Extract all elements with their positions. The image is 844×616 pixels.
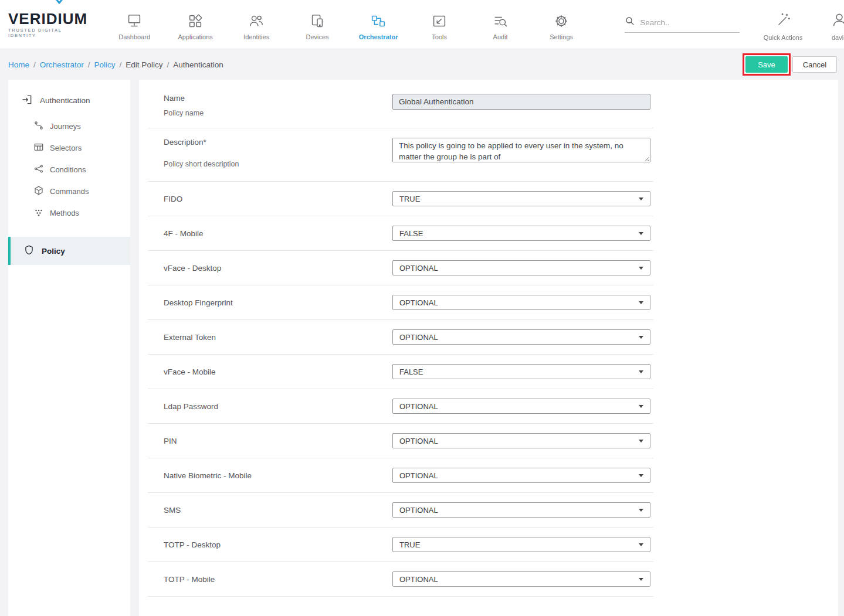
totp-desktop-dropdown[interactable]: TRUE <box>392 537 650 552</box>
commands-icon <box>33 185 44 198</box>
sidebar-item-label: Conditions <box>50 165 86 174</box>
login-arrow-icon <box>21 94 33 107</box>
sidebar-item-commands[interactable]: Commands <box>8 181 130 202</box>
field-label: External Token <box>164 333 392 342</box>
dropdown-value: OPTIONAL <box>399 298 438 307</box>
sidebar-item-label: Methods <box>50 209 79 217</box>
vface-mobile-dropdown[interactable]: FALSE <box>392 364 650 379</box>
caret-down-icon <box>639 474 643 477</box>
dashboard-icon <box>126 12 143 30</box>
conditions-icon <box>33 164 44 176</box>
top-bar: VERIDIUM TRUSTED DIGITAL IDENTITY Dashbo… <box>0 0 844 49</box>
policy-shield-icon <box>23 244 35 257</box>
description-sublabel: Policy short description <box>164 160 392 168</box>
nav-item-label: Identities <box>243 33 269 40</box>
user-name-label: david <box>832 34 844 41</box>
description-label: Description* <box>164 138 392 147</box>
sidebar-item-label: Selectors <box>50 144 82 152</box>
sidebar-section-authentication[interactable]: Authentication <box>8 87 130 115</box>
field-row-vface-desktop: vFace - Desktop OPTIONAL <box>148 251 653 285</box>
brand-wordmark: VERIDIUM <box>8 11 87 26</box>
field-row-desktop-fingerprint: Desktop Fingerprint OPTIONAL <box>148 285 653 320</box>
native-biometric-mobile-dropdown[interactable]: OPTIONAL <box>392 468 650 483</box>
dropdown-value: FALSE <box>399 367 423 376</box>
external-token-dropdown[interactable]: OPTIONAL <box>392 329 650 345</box>
search-icon <box>625 16 635 29</box>
dropdown-value: OPTIONAL <box>399 333 438 342</box>
content-area: Authentication Journeys Selectors Condit… <box>0 80 844 616</box>
breadcrumb-edit-policy: Edit Policy <box>126 60 162 69</box>
orchestrator-icon <box>370 12 387 30</box>
brand-tagline: TRUSTED DIGITAL IDENTITY <box>8 28 87 38</box>
policy-name-input[interactable] <box>392 94 650 110</box>
dropdown-value: FALSE <box>399 229 423 238</box>
dropdown-value: OPTIONAL <box>399 471 438 480</box>
devices-icon <box>309 12 326 30</box>
dropdown-value: OPTIONAL <box>399 437 438 445</box>
totp-mobile-dropdown[interactable]: OPTIONAL <box>392 571 650 587</box>
field-row-ldap-password: Ldap Password OPTIONAL <box>148 389 653 424</box>
breadcrumb-orchestrator[interactable]: Orchestrator <box>40 60 84 69</box>
nav-item-label: Audit <box>493 33 508 40</box>
nav-item-tools[interactable]: Tools <box>409 9 470 40</box>
ldap-password-dropdown[interactable]: OPTIONAL <box>392 399 650 414</box>
cancel-button[interactable]: Cancel <box>792 56 837 73</box>
desktop-fingerprint-dropdown[interactable]: OPTIONAL <box>392 295 650 310</box>
caret-down-icon <box>639 232 643 235</box>
sidebar-item-conditions[interactable]: Conditions <box>8 159 130 181</box>
breadcrumb-policy[interactable]: Policy <box>94 60 116 69</box>
field-label: FIDO <box>164 195 392 203</box>
sidebar-item-journeys[interactable]: Journeys <box>8 115 130 137</box>
nav-item-settings[interactable]: Settings <box>531 9 592 40</box>
nav-item-audit[interactable]: Audit <box>470 9 531 40</box>
nav-item-applications[interactable]: Applications <box>165 9 226 40</box>
sidebar-item-label: Policy <box>42 247 65 256</box>
sidebar-item-policy[interactable]: Policy <box>8 237 130 265</box>
nav-item-label: Applications <box>178 33 212 40</box>
field-row-totp-desktop: TOTP - Desktop TRUE <box>148 527 653 562</box>
field-row-totp-mobile: TOTP - Mobile OPTIONAL <box>148 562 653 597</box>
field-label: vFace - Desktop <box>164 264 392 273</box>
breadcrumb-separator: / <box>88 60 90 69</box>
field-label: Native Biometric - Mobile <box>164 471 392 480</box>
selectors-icon <box>33 142 44 154</box>
user-menu[interactable]: david <box>811 8 844 41</box>
page-actions: Save Cancel <box>745 56 837 73</box>
sms-dropdown[interactable]: OPTIONAL <box>392 502 650 518</box>
field-label: TOTP - Mobile <box>164 575 392 584</box>
main-nav: Dashboard Applications Identities Device… <box>104 9 592 40</box>
caret-down-icon <box>639 405 643 408</box>
field-row-fido: FIDO TRUE <box>148 182 653 216</box>
sidebar-item-methods[interactable]: Methods <box>8 202 130 224</box>
field-row-external-token: External Token OPTIONAL <box>148 320 653 355</box>
4f-mobile-dropdown[interactable]: FALSE <box>392 226 650 241</box>
fido-dropdown[interactable]: TRUE <box>392 191 650 206</box>
policy-description-textarea[interactable]: This policy is going to be applied to ev… <box>392 138 650 162</box>
search-input[interactable] <box>640 18 740 27</box>
save-button[interactable]: Save <box>745 56 788 73</box>
methods-icon <box>33 207 44 219</box>
name-label: Name <box>164 94 392 103</box>
sidebar-item-selectors[interactable]: Selectors <box>8 137 130 159</box>
breadcrumb-home[interactable]: Home <box>8 60 29 69</box>
nav-item-identities[interactable]: Identities <box>226 9 287 40</box>
caret-down-icon <box>639 370 643 373</box>
field-row-4f-mobile: 4F - Mobile FALSE <box>148 216 653 251</box>
field-label: Ldap Password <box>164 402 392 411</box>
sidebar: Authentication Journeys Selectors Condit… <box>8 80 130 616</box>
caret-down-icon <box>639 198 643 200</box>
caret-down-icon <box>639 267 643 270</box>
field-label: SMS <box>164 506 392 515</box>
quick-actions-button[interactable]: Quick Actions <box>755 8 811 41</box>
breadcrumb-separator: / <box>120 60 122 69</box>
nav-item-label: Dashboard <box>118 33 150 40</box>
vface-desktop-dropdown[interactable]: OPTIONAL <box>392 260 650 275</box>
nav-item-devices[interactable]: Devices <box>287 9 348 40</box>
nav-item-dashboard[interactable]: Dashboard <box>104 9 165 40</box>
sidebar-header-label: Authentication <box>40 96 90 105</box>
breadcrumb-authentication: Authentication <box>173 60 223 69</box>
pin-dropdown[interactable]: OPTIONAL <box>392 433 650 448</box>
journeys-icon <box>33 120 44 132</box>
nav-item-orchestrator[interactable]: Orchestrator <box>348 9 409 40</box>
description-row: Description* Policy short description Th… <box>148 128 653 182</box>
